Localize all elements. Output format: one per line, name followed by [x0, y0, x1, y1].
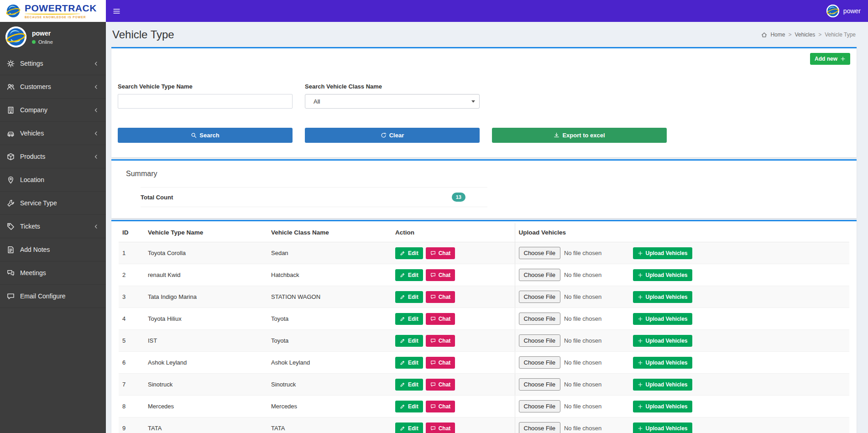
main-content: Vehicle Type Home > Vehicles > Vehicle T…	[106, 22, 868, 433]
vehicle-class-selected-value: All	[314, 98, 320, 105]
sidebar-toggle-button[interactable]	[106, 0, 127, 22]
upload-vehicles-button[interactable]: Upload Vehicles	[633, 291, 692, 303]
edit-button[interactable]: Edit	[395, 357, 423, 369]
export-to-excel-button[interactable]: Export to excel	[492, 128, 667, 143]
table-row: 3Tata Indigo MarinaSTATION WAGONEditChat…	[119, 286, 849, 308]
pencil-icon	[400, 338, 405, 344]
vehicle-class-name-cell: STATION WAGON	[267, 286, 392, 308]
chat-button[interactable]: Chat	[426, 313, 455, 325]
breadcrumb-current: Vehicle Type	[825, 31, 856, 38]
table-row: 6Ashok LeylandAshok LeylandEditChatChoos…	[119, 352, 849, 374]
chat-button[interactable]: Chat	[426, 335, 455, 347]
sidebar-item-label: Vehicles	[20, 130, 44, 137]
breadcrumb-home[interactable]: Home	[770, 31, 785, 38]
sidebar-item-email-configure[interactable]: Email Configure	[0, 285, 106, 308]
edit-button[interactable]: Edit	[395, 423, 423, 433]
breadcrumb-separator: >	[788, 31, 791, 38]
add-new-button[interactable]: Add new	[810, 53, 850, 65]
vehicle-type-search-input[interactable]	[118, 94, 293, 109]
row-id: 4	[119, 308, 144, 330]
plus-icon	[638, 382, 643, 387]
box-icon	[7, 153, 15, 161]
choose-file-button[interactable]: Choose File	[519, 422, 560, 433]
choose-file-button[interactable]: Choose File	[519, 269, 560, 281]
upload-vehicles-button[interactable]: Upload Vehicles	[633, 335, 692, 347]
vehicle-type-name-cell: Sinotruck	[144, 374, 267, 396]
choose-file-button[interactable]: Choose File	[519, 291, 560, 303]
edit-button[interactable]: Edit	[395, 313, 423, 325]
upload-vehicles-button[interactable]: Upload Vehicles	[633, 423, 692, 433]
chat-button[interactable]: Chat	[426, 291, 455, 303]
sidebar-item-add-notes[interactable]: Add Notes	[0, 238, 106, 261]
chat-button[interactable]: Chat	[426, 423, 455, 433]
chevron-left-icon	[93, 61, 99, 67]
edit-button[interactable]: Edit	[395, 401, 423, 412]
pencil-icon	[400, 360, 405, 365]
sidebar-item-location[interactable]: Location	[0, 168, 106, 192]
sidebar-profile: power Online	[0, 22, 106, 52]
sidebar-item-meetings[interactable]: Meetings	[0, 261, 106, 285]
chat-icon	[430, 272, 436, 278]
search-icon	[191, 132, 197, 138]
sidebar-item-customers[interactable]: Customers	[0, 75, 106, 99]
profile-status: Online	[32, 39, 53, 45]
upload-vehicles-button[interactable]: Upload Vehicles	[633, 247, 692, 259]
chat-button[interactable]: Chat	[426, 269, 455, 281]
upload-vehicles-button[interactable]: Upload Vehicles	[633, 269, 692, 281]
search-button[interactable]: Search	[118, 128, 293, 143]
file-status-text: No file chosen	[564, 293, 601, 300]
file-status-text: No file chosen	[564, 250, 601, 256]
col-action: Action	[392, 223, 515, 242]
table-row: 5ISTToyotaEditChatChoose FileNo file cho…	[119, 330, 849, 352]
breadcrumb-vehicles[interactable]: Vehicles	[795, 31, 815, 38]
edit-button[interactable]: Edit	[395, 291, 423, 303]
chevron-left-icon	[93, 224, 99, 230]
sidebar-item-products[interactable]: Products	[0, 145, 106, 168]
brand-logo[interactable]: POWERTRACK BECAUSE KNOWLEDGE IS POWER	[0, 0, 106, 22]
upload-cell: Choose FileNo file chosenUpload Vehicles	[515, 286, 849, 308]
map-marker-icon	[7, 176, 15, 184]
chat-icon	[430, 316, 436, 322]
table-row: 8MercedesMercedesEditChatChoose FileNo f…	[119, 396, 849, 417]
sidebar-item-label: Add Notes	[20, 246, 50, 253]
brand-text: POWERTRACK BECAUSE KNOWLEDGE IS POWER	[25, 3, 97, 19]
edit-button[interactable]: Edit	[395, 269, 423, 281]
sidebar-item-service-type[interactable]: Service Type	[0, 192, 106, 215]
choose-file-button[interactable]: Choose File	[519, 356, 560, 369]
vehicle-class-select[interactable]: All	[305, 94, 480, 109]
choose-file-button[interactable]: Choose File	[519, 378, 560, 391]
sidebar-item-company[interactable]: Company	[0, 99, 106, 122]
sidebar-item-settings[interactable]: Settings	[0, 52, 106, 75]
online-status-label: Online	[38, 39, 53, 45]
upload-vehicles-button[interactable]: Upload Vehicles	[633, 357, 692, 369]
sidebar-item-label: Company	[20, 106, 47, 114]
choose-file-button[interactable]: Choose File	[519, 334, 560, 347]
vehicle-class-search-label: Search Vehicle Class Name	[305, 83, 480, 90]
choose-file-button[interactable]: Choose File	[519, 313, 560, 325]
sidebar-item-vehicles[interactable]: Vehicles	[0, 122, 106, 145]
chat-icon	[430, 404, 436, 409]
choose-file-button[interactable]: Choose File	[519, 247, 560, 259]
upload-vehicles-button[interactable]: Upload Vehicles	[633, 313, 692, 325]
clear-button[interactable]: Clear	[305, 128, 480, 143]
upload-vehicles-button[interactable]: Upload Vehicles	[633, 401, 692, 412]
upload-vehicles-button[interactable]: Upload Vehicles	[633, 379, 692, 391]
chat-button[interactable]: Chat	[426, 379, 455, 391]
user-menu[interactable]: power	[826, 5, 861, 17]
chat-button[interactable]: Chat	[426, 357, 455, 369]
choose-file-button[interactable]: Choose File	[519, 400, 560, 412]
file-input: Choose FileNo file chosen	[519, 400, 633, 412]
edit-button[interactable]: Edit	[395, 335, 423, 347]
tags-icon	[7, 223, 15, 230]
summary-total-row: Total Count 13	[141, 187, 487, 207]
action-cell: EditChat	[392, 286, 515, 308]
edit-button[interactable]: Edit	[395, 247, 423, 259]
file-input: Choose FileNo file chosen	[519, 269, 633, 281]
file-input: Choose FileNo file chosen	[519, 378, 633, 391]
edit-button[interactable]: Edit	[395, 379, 423, 391]
chat-button[interactable]: Chat	[426, 247, 455, 259]
row-id: 9	[119, 417, 144, 433]
sidebar-item-tickets[interactable]: Tickets	[0, 215, 106, 238]
chat-icon	[430, 294, 436, 300]
chat-button[interactable]: Chat	[426, 401, 455, 412]
